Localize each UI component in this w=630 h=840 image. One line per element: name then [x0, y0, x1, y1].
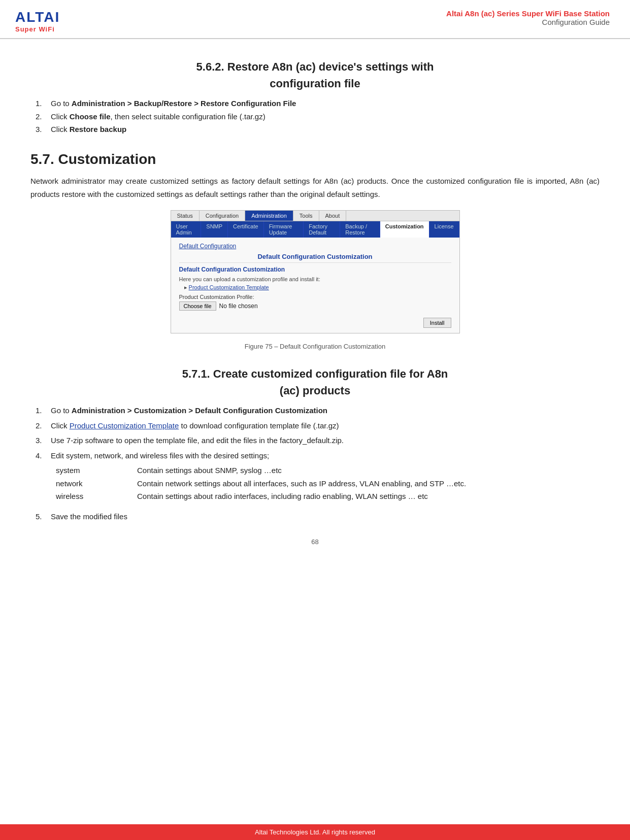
fig-label: Product Customization Profile:	[179, 294, 451, 300]
settings-row-network: network Contain network settings about a…	[56, 477, 600, 490]
header-title: Altai A8n (ac) Series Super WiFi Base St…	[446, 9, 610, 18]
header-subtitle: Configuration Guide	[446, 18, 610, 26]
stab-useradmin[interactable]: User Admin	[171, 221, 202, 238]
fig-section-link[interactable]: Default Configuration	[179, 243, 451, 250]
settings-label-system: system	[56, 464, 137, 477]
header: ALTAI Super WiFi Altai A8n (ac) Series S…	[0, 0, 630, 39]
list-562: 1. Go to Administration > Backup/Restore…	[30, 97, 600, 136]
heading-562: 5.6.2. Restore A8n (ac) device's setting…	[30, 58, 600, 92]
sub-nav: User Admin SNMP Certificate Firmware Upd…	[171, 221, 459, 238]
main-content: 5.6.2. Restore A8n (ac) device's setting…	[0, 39, 630, 580]
heading-57: 5.7. Customization	[30, 151, 600, 167]
fig-file-row: Choose file No file chosen	[179, 301, 451, 311]
footer-page: 68	[30, 538, 600, 546]
settings-label-wireless: wireless	[56, 490, 137, 503]
heading-571: 5.7.1. Create customized configuration f…	[30, 365, 600, 399]
list-item-3: 3. Use 7-zip software to open the templa…	[36, 434, 600, 447]
settings-table: system Contain settings about SNMP, sysl…	[56, 464, 600, 503]
list-item: 3. Click Restore backup	[36, 123, 600, 136]
fig-section-title: Default Configuration Customization	[179, 250, 451, 263]
section57-para: Network administrator may create customi…	[30, 175, 600, 201]
settings-row-wireless: wireless Contain settings about radio in…	[56, 490, 600, 503]
stab-backup[interactable]: Backup / Restore	[340, 221, 380, 238]
stab-customization[interactable]: Customization	[380, 221, 429, 238]
product-customization-link[interactable]: Product Customization Template	[70, 421, 179, 430]
fig-sub-title: Default Configuration Customization	[179, 266, 451, 273]
settings-value-network: Contain network settings about all inter…	[137, 477, 600, 490]
figure-box: Status Configuration Administration Tool…	[171, 210, 460, 333]
logo-area: ALTAI Super WiFi	[15, 9, 60, 33]
list-item-1: 1. Go to Administration > Customization …	[36, 404, 600, 417]
tab-tools[interactable]: Tools	[293, 211, 319, 221]
list-item: 2. Click Choose file, then select suitab…	[36, 110, 600, 123]
list-item-2: 2. Click Product Customization Template …	[36, 419, 600, 432]
fig-install-row: Install	[179, 318, 451, 328]
stab-license[interactable]: License	[429, 221, 459, 238]
fig-template-link[interactable]: Product Customization Template	[189, 284, 269, 290]
tab-configuration[interactable]: Configuration	[200, 211, 245, 221]
no-file-label: No file chosen	[219, 303, 258, 310]
logo-sub: Super WiFi	[15, 25, 55, 33]
fig-desc: Here you can upload a customization prof…	[179, 276, 451, 282]
list-item-5: 5. Save the modified files	[36, 510, 600, 523]
header-right: Altai A8n (ac) Series Super WiFi Base St…	[446, 9, 610, 26]
fig-bullet: ▸ Product Customization Template	[184, 284, 451, 291]
list-571-step5: 5. Save the modified files	[30, 510, 600, 523]
stab-certificate[interactable]: Certificate	[228, 221, 264, 238]
settings-label-network: network	[56, 477, 137, 490]
footer-bar: Altai Technologies Ltd. All rights reser…	[0, 824, 630, 840]
stab-firmware[interactable]: Firmware Update	[264, 221, 304, 238]
logo-text: ALTAI	[15, 9, 60, 25]
choose-file-button[interactable]: Choose file	[179, 301, 216, 311]
tab-status[interactable]: Status	[171, 211, 200, 221]
list-item: 1. Go to Administration > Backup/Restore…	[36, 97, 600, 110]
settings-row-system: system Contain settings about SNMP, sysl…	[56, 464, 600, 477]
settings-value-system: Contain settings about SNMP, syslog …etc	[137, 464, 600, 477]
settings-value-wireless: Contain settings about radio interfaces,…	[137, 490, 600, 503]
stab-snmp[interactable]: SNMP	[201, 221, 228, 238]
figure-caption: Figure 75 – Default Configuration Custom…	[30, 343, 600, 350]
figure-inner: Default Configuration Default Configurat…	[171, 238, 459, 333]
stab-factory[interactable]: Factory Default	[304, 221, 340, 238]
install-button[interactable]: Install	[423, 318, 451, 328]
tab-about[interactable]: About	[319, 211, 347, 221]
list-item-4: 4. Edit system, network, and wireless fi…	[36, 449, 600, 462]
list-571: 1. Go to Administration > Customization …	[30, 404, 600, 462]
nav-bar: Status Configuration Administration Tool…	[171, 211, 459, 221]
tab-administration[interactable]: Administration	[245, 211, 293, 221]
